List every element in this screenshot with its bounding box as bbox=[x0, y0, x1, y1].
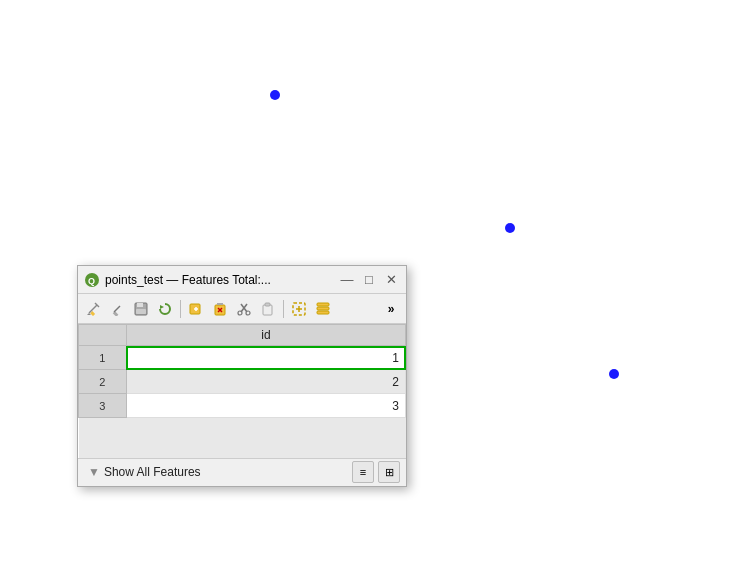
paste-button[interactable] bbox=[257, 298, 279, 320]
svg-point-22 bbox=[246, 311, 250, 315]
toolbar-separator-1 bbox=[180, 300, 181, 318]
edit-button[interactable] bbox=[106, 298, 128, 320]
select-icon bbox=[292, 302, 306, 316]
list-layout-icon: ≡ bbox=[360, 466, 366, 478]
paste-icon bbox=[261, 302, 275, 316]
title-bar-left: Q points_test — Features Total:... bbox=[84, 272, 271, 288]
table-header-row: id bbox=[79, 325, 406, 346]
bottom-right-icons: ≡ ⊞ bbox=[352, 461, 400, 483]
map-dot-2 bbox=[505, 223, 515, 233]
title-bar: Q points_test — Features Total:... — □ ✕ bbox=[78, 266, 406, 294]
layout-grid-button[interactable]: ⊞ bbox=[378, 461, 400, 483]
svg-point-21 bbox=[238, 311, 242, 315]
maximize-button[interactable]: □ bbox=[360, 271, 378, 289]
svg-rect-24 bbox=[265, 303, 270, 306]
qgis-logo-icon: Q bbox=[84, 272, 100, 288]
layout-list-button[interactable]: ≡ bbox=[352, 461, 374, 483]
svg-rect-30 bbox=[317, 303, 329, 306]
svg-marker-11 bbox=[160, 305, 164, 309]
svg-line-7 bbox=[114, 306, 120, 312]
toggle-editing-button[interactable] bbox=[82, 298, 104, 320]
save-icon bbox=[134, 302, 148, 316]
row-number-1: 1 bbox=[79, 346, 127, 370]
map-dot-3 bbox=[609, 369, 619, 379]
title-bar-controls: — □ ✕ bbox=[338, 271, 400, 289]
bottom-bar: ▼ Show All Features ≡ ⊞ bbox=[78, 458, 406, 486]
cut-button[interactable] bbox=[233, 298, 255, 320]
select-button[interactable] bbox=[288, 298, 310, 320]
minimize-button[interactable]: — bbox=[338, 271, 356, 289]
dialog-title: points_test — Features Total:... bbox=[105, 273, 271, 287]
table-row: 1 1 bbox=[79, 346, 406, 370]
row-number-2: 2 bbox=[79, 370, 127, 394]
svg-rect-28 bbox=[317, 311, 329, 314]
map-dot-1 bbox=[270, 90, 280, 100]
stack-button[interactable] bbox=[312, 298, 334, 320]
delete-selected-button[interactable] bbox=[209, 298, 231, 320]
table-row: 2 2 bbox=[79, 370, 406, 394]
refresh-button[interactable] bbox=[154, 298, 176, 320]
table-empty-row bbox=[79, 418, 406, 458]
svg-rect-10 bbox=[136, 309, 146, 314]
attribute-table-dialog: Q points_test — Features Total:... — □ ✕ bbox=[77, 265, 407, 487]
toolbar-separator-2 bbox=[283, 300, 284, 318]
save-button[interactable] bbox=[130, 298, 152, 320]
svg-rect-18 bbox=[217, 303, 223, 305]
grid-layout-icon: ⊞ bbox=[385, 466, 394, 479]
svg-rect-6 bbox=[113, 311, 119, 316]
toolbar: » bbox=[78, 294, 406, 324]
cell-id-3[interactable]: 3 bbox=[126, 394, 405, 418]
cell-id-2[interactable]: 2 bbox=[126, 370, 405, 394]
more-button[interactable]: » bbox=[380, 298, 402, 320]
column-header-id[interactable]: id bbox=[126, 325, 405, 346]
show-all-features-label: Show All Features bbox=[104, 465, 201, 479]
svg-text:Q: Q bbox=[88, 276, 95, 286]
cell-id-1[interactable]: 1 bbox=[126, 346, 405, 370]
svg-rect-29 bbox=[317, 307, 329, 310]
attribute-table: id 1 1 2 2 3 3 bbox=[78, 324, 406, 458]
show-all-features-button[interactable]: ▼ Show All Features bbox=[84, 463, 205, 481]
pencil-icon bbox=[86, 302, 100, 316]
filter-icon: ▼ bbox=[88, 465, 100, 479]
add-row-icon bbox=[189, 302, 203, 316]
add-feature-button[interactable] bbox=[185, 298, 207, 320]
close-button[interactable]: ✕ bbox=[382, 271, 400, 289]
pencil2-icon bbox=[110, 302, 124, 316]
stack-icon bbox=[316, 302, 330, 316]
refresh-icon bbox=[158, 302, 172, 316]
svg-rect-9 bbox=[137, 303, 143, 307]
cut-icon bbox=[237, 302, 251, 316]
row-number-3: 3 bbox=[79, 394, 127, 418]
svg-line-3 bbox=[89, 305, 97, 313]
table-row: 3 3 bbox=[79, 394, 406, 418]
delete-icon bbox=[213, 302, 227, 316]
more-icon: » bbox=[388, 302, 395, 316]
